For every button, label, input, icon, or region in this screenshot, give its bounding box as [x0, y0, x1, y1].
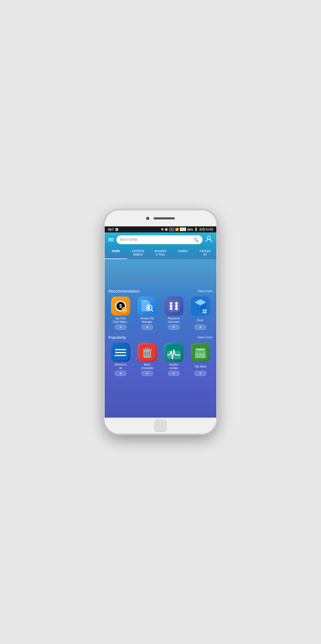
battery-label: 56% — [187, 228, 193, 231]
svg-point-14 — [170, 307, 172, 310]
svg-rect-11 — [168, 300, 180, 312]
app-icon-clip[interactable] — [191, 343, 210, 362]
tab-category[interactable]: CATEGORY — [194, 247, 216, 259]
alarm-icon: ⏰ — [164, 228, 168, 231]
banner-area — [105, 259, 216, 286]
svg-point-16 — [170, 305, 172, 307]
download-batch[interactable]: ▼ — [141, 371, 153, 376]
copy-icon: ⧉ — [161, 228, 163, 231]
app-icon-big-time[interactable]: $ 61 — [111, 296, 130, 316]
svg-rect-25 — [205, 310, 206, 311]
svg-rect-26 — [203, 312, 204, 313]
app-icon-batch[interactable] — [138, 343, 157, 362]
svg-rect-38 — [147, 351, 148, 357]
time-label: 오전 11:52 — [199, 227, 213, 231]
app-header: WSTORE 🔍 — [105, 232, 216, 247]
popularity-title: Popularity — [108, 335, 126, 340]
app-icon-another[interactable] — [164, 343, 183, 362]
svg-point-17 — [175, 305, 178, 307]
recommendation-grid: $ 61 Big TimeCash Make... ▼ — [108, 296, 213, 330]
recommendation-view-more[interactable]: View more — [198, 289, 213, 293]
app-another: Anothermonitor ▼ — [162, 343, 186, 376]
menu-button[interactable] — [108, 238, 114, 241]
recommendation-title: Recommendation — [108, 289, 140, 293]
popularity-header: Popularity View more — [108, 335, 213, 340]
status-bar: SKT 🖼 ⧉ ⏰ HD 📶 ▊▊▊ 56% 🔋 오전 11:52 — [105, 226, 216, 232]
download-minimal[interactable]: ▼ — [115, 371, 126, 376]
svg-rect-37 — [145, 351, 146, 357]
svg-point-12 — [170, 302, 172, 305]
main-content: Recommendation View more $ — [105, 259, 216, 418]
app-big-time: $ 61 Big TimeCash Make... ▼ — [108, 296, 133, 330]
battery-icon: 🔋 — [194, 228, 198, 231]
download-arrow-another: ▼ — [172, 372, 175, 375]
recommendation-section: Recommendation View more $ — [105, 286, 216, 332]
download-arrow-minimal: ▼ — [119, 372, 122, 375]
search-icon[interactable]: 🔍 — [193, 237, 199, 242]
phone-frame: SKT 🖼 ⧉ ⏰ HD 📶 ▊▊▊ 56% 🔋 오전 11:52 WSTORE… — [105, 210, 216, 434]
svg-point-15 — [175, 307, 178, 310]
svg-text:$: $ — [119, 303, 122, 309]
svg-rect-24 — [203, 310, 204, 311]
app-batch: BatchUninstaller ▼ — [135, 343, 159, 376]
signal-icon: ▊▊▊ — [180, 228, 186, 231]
wifi-icon: 📶 — [175, 228, 179, 231]
app-clip: Clip Stack ▼ — [188, 343, 213, 376]
tab-entertainment[interactable]: ENTERTAINMENT — [127, 247, 149, 259]
download-arrow-amaze: ▼ — [146, 326, 149, 329]
profile-button[interactable] — [205, 235, 213, 244]
phone-screen: SKT 🖼 ⧉ ⏰ HD 📶 ▊▊▊ 56% 🔋 오전 11:52 WSTORE… — [105, 226, 216, 418]
svg-rect-47 — [195, 348, 206, 351]
svg-point-13 — [175, 302, 178, 305]
download-big-time[interactable]: ▼ — [115, 325, 126, 330]
app-name-password: PasswordGenerator — [168, 317, 180, 324]
download-clip[interactable]: ▼ — [195, 371, 206, 376]
app-name-batch: BatchUninstaller — [141, 363, 153, 370]
app-icon-password[interactable] — [164, 296, 183, 316]
app-password: PasswordGenerator ▼ — [162, 296, 186, 330]
recommendation-header: Recommendation View more — [108, 289, 213, 293]
app-name-dicer: Dicer — [197, 317, 203, 324]
status-image-icon: 🖼 — [115, 228, 118, 231]
app-dicer: Dicer ▼ — [188, 296, 213, 330]
app-minimal: ✓ ✓ Minimal todo ▼ — [108, 343, 133, 376]
svg-rect-39 — [149, 351, 150, 357]
app-name-another: Anothermonitor — [169, 363, 178, 370]
app-name-minimal: Minimal todo — [115, 363, 127, 370]
tab-games[interactable]: GAMES — [172, 247, 194, 259]
download-arrow-big-time: ▼ — [119, 326, 122, 329]
download-arrow-password: ▼ — [172, 326, 175, 329]
app-name-big-time: Big TimeCash Make... — [113, 317, 129, 324]
tab-home[interactable]: HOME — [105, 247, 127, 259]
download-dicer[interactable]: ▼ — [195, 325, 206, 330]
download-amaze[interactable]: ▼ — [141, 325, 153, 330]
download-another[interactable]: ▼ — [168, 371, 180, 376]
search-placeholder: WSTORE — [120, 238, 138, 242]
download-arrow-dicer: ▼ — [199, 326, 202, 329]
svg-rect-7 — [142, 300, 147, 302]
popularity-grid: ✓ ✓ Minimal todo ▼ — [108, 343, 213, 376]
svg-text:61: 61 — [123, 309, 126, 311]
phone-bottom — [105, 418, 216, 434]
svg-line-9 — [151, 310, 153, 311]
app-name-amaze: Amaze FileManager — [141, 317, 154, 324]
download-password[interactable]: ▼ — [168, 325, 180, 330]
app-icon-amaze[interactable] — [138, 296, 157, 316]
svg-text:✓: ✓ — [115, 347, 117, 350]
app-amaze: Amaze FileManager ▼ — [135, 296, 159, 330]
camera-dot — [146, 217, 149, 220]
home-button[interactable] — [154, 420, 167, 432]
tab-business-tool[interactable]: BUSINESS TOOL — [149, 247, 172, 259]
status-right: ⧉ ⏰ HD 📶 ▊▊▊ 56% 🔋 오전 11:52 — [161, 227, 213, 231]
app-icon-minimal[interactable]: ✓ ✓ — [111, 343, 130, 362]
phone-top-bar — [105, 210, 216, 226]
svg-text:✓: ✓ — [115, 350, 117, 353]
speaker-bar — [154, 217, 175, 219]
app-name-clip: Clip Stack — [194, 363, 206, 370]
popularity-view-more[interactable]: View more — [198, 336, 213, 339]
search-bar[interactable]: WSTORE 🔍 — [116, 235, 202, 244]
app-icon-dicer[interactable] — [191, 296, 210, 316]
download-arrow-clip: ▼ — [199, 372, 202, 375]
hd-voice-label: HD — [169, 228, 174, 231]
svg-point-0 — [207, 236, 210, 239]
